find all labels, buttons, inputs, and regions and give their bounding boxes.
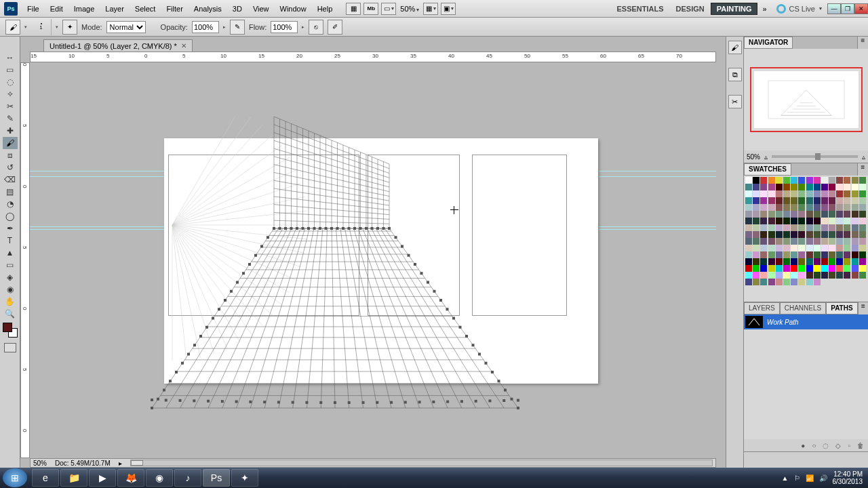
swatch[interactable]	[760, 211, 767, 218]
blur-tool[interactable]: ◔	[3, 198, 18, 210]
swatch[interactable]	[836, 190, 843, 197]
swatch[interactable]	[814, 279, 821, 285]
swatch[interactable]	[798, 231, 805, 238]
tray-sound-icon[interactable]: 🔊	[819, 474, 827, 482]
swatch[interactable]	[776, 231, 783, 238]
swatch[interactable]	[791, 272, 797, 279]
gradient-tool[interactable]: ▤	[3, 186, 18, 198]
3dcamera-tool[interactable]: ◉	[3, 283, 18, 296]
swatch[interactable]	[776, 211, 783, 218]
swatch[interactable]	[844, 190, 850, 197]
swatch[interactable]	[776, 197, 783, 204]
swatch[interactable]	[814, 224, 821, 231]
swatch[interactable]	[760, 272, 767, 279]
pen-tool[interactable]: ✒	[3, 222, 18, 235]
menu-filter[interactable]: Filter	[161, 0, 188, 17]
swatch[interactable]	[836, 251, 843, 258]
swatch[interactable]	[859, 190, 866, 197]
swatch[interactable]	[806, 204, 813, 211]
taskbar-itunes-icon[interactable]: ♪	[174, 469, 201, 487]
swatch[interactable]	[829, 265, 835, 272]
swatch[interactable]	[776, 177, 783, 184]
swatch[interactable]	[836, 265, 843, 272]
swatch[interactable]	[776, 218, 783, 224]
tray-clock[interactable]: 12:40 PM6/30/2013	[833, 470, 863, 485]
swatch[interactable]	[821, 224, 828, 231]
swatch[interactable]	[829, 218, 835, 224]
swatch[interactable]	[745, 184, 752, 190]
swatch[interactable]	[783, 238, 790, 245]
swatch[interactable]	[844, 224, 850, 231]
swatch[interactable]	[844, 204, 850, 211]
ruler-horizontal[interactable]: 151050510152025303540455055606570	[30, 52, 716, 62]
swatch[interactable]	[859, 231, 866, 238]
swatch[interactable]	[806, 211, 813, 218]
swatch[interactable]	[783, 177, 790, 184]
swatches-tab[interactable]: SWATCHES	[744, 163, 791, 176]
swatch[interactable]	[852, 184, 859, 190]
eyedropper-tool[interactable]: ✎	[3, 113, 18, 125]
swatch[interactable]	[760, 258, 767, 265]
ruler-vertical[interactable]: 0505050	[20, 62, 30, 458]
swatch[interactable]	[760, 238, 767, 245]
document-tab[interactable]: Untitled-1 @ 50% (Layer 2, CMYK/8) *✕	[43, 39, 193, 52]
swatch[interactable]	[768, 177, 775, 184]
swatch[interactable]	[814, 238, 821, 245]
swatch[interactable]	[768, 204, 775, 211]
swatch[interactable]	[844, 258, 850, 265]
status-docsize[interactable]: Doc: 5.49M/10.7M	[55, 460, 111, 467]
system-tray[interactable]: ▲ ⚐ 📶 🔊 12:40 PM6/30/2013	[782, 470, 865, 485]
swatch[interactable]	[829, 251, 835, 258]
workspace-painting[interactable]: PAINTING	[711, 3, 758, 15]
tray-flag-icon[interactable]: ⚐	[794, 474, 800, 482]
swatch[interactable]	[760, 245, 767, 251]
swatch[interactable]	[836, 245, 843, 251]
swatch[interactable]	[798, 184, 805, 190]
swatch[interactable]	[776, 238, 783, 245]
swatch[interactable]	[806, 184, 813, 190]
tray-up-icon[interactable]: ▲	[782, 474, 789, 482]
swatch[interactable]	[745, 177, 752, 184]
heal-tool[interactable]: ✚	[3, 125, 18, 137]
swatch[interactable]	[806, 251, 813, 258]
swatch[interactable]	[844, 197, 850, 204]
menu-image[interactable]: Image	[68, 0, 100, 17]
swatch[interactable]	[836, 177, 843, 184]
workspace-design[interactable]: DESIGN	[670, 3, 711, 15]
screenmode-icon[interactable]: ▣▾	[441, 3, 456, 15]
swatch[interactable]	[768, 238, 775, 245]
swatch[interactable]	[859, 245, 866, 251]
swatch[interactable]	[806, 265, 813, 272]
swatch[interactable]	[745, 211, 752, 218]
swatch[interactable]	[798, 251, 805, 258]
swatch[interactable]	[829, 272, 835, 279]
swatch[interactable]	[783, 204, 790, 211]
swatch[interactable]	[859, 224, 866, 231]
swatch[interactable]	[791, 238, 797, 245]
swatch[interactable]	[776, 224, 783, 231]
swatch[interactable]	[783, 218, 790, 224]
swatch[interactable]	[859, 197, 866, 204]
swatch[interactable]	[776, 251, 783, 258]
close-button[interactable]: ✕	[854, 3, 868, 14]
swatch[interactable]	[821, 258, 828, 265]
swatch[interactable]	[798, 238, 805, 245]
swatch[interactable]	[829, 224, 835, 231]
minimize-button[interactable]: —	[827, 3, 841, 14]
swatch[interactable]	[798, 279, 805, 285]
swatch[interactable]	[791, 231, 797, 238]
wand-tool[interactable]: ✧	[3, 88, 18, 100]
swatch[interactable]	[783, 190, 790, 197]
swatch[interactable]	[829, 231, 835, 238]
cslive-button[interactable]: CS Live▾	[776, 4, 822, 14]
brush-panel-icon[interactable]: ✦	[62, 20, 77, 35]
navigator-tab[interactable]: NAVIGATOR	[744, 37, 793, 49]
swatch[interactable]	[753, 238, 760, 245]
hand-tool[interactable]: ✋	[3, 296, 18, 308]
navigator-zoom-readout[interactable]: 50%	[747, 153, 760, 161]
swatch[interactable]	[753, 184, 760, 190]
swatch[interactable]	[783, 265, 790, 272]
swatch[interactable]	[783, 231, 790, 238]
swatch[interactable]	[844, 238, 850, 245]
layers-tab[interactable]: LAYERS	[744, 302, 780, 314]
